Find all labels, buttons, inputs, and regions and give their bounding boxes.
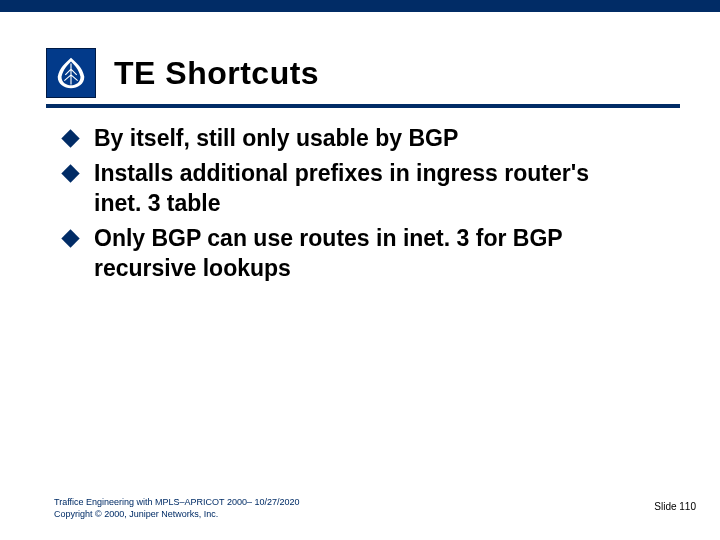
diamond-bullet-icon bbox=[61, 129, 79, 147]
bullet-text: Only BGP can use routes in inet. 3 for B… bbox=[94, 225, 562, 280]
slide-body: By itself, still only usable by BGP Inst… bbox=[64, 124, 630, 289]
footer: Traffice Engineering with MPLS–APRICOT 2… bbox=[54, 496, 299, 520]
header-row: TE Shortcuts bbox=[46, 48, 680, 98]
list-item: Installs additional prefixes in ingress … bbox=[64, 159, 630, 218]
diamond-bullet-icon bbox=[61, 165, 79, 183]
list-item: By itself, still only usable by BGP bbox=[64, 124, 630, 153]
top-accent-bar bbox=[0, 0, 720, 12]
leaf-icon bbox=[52, 54, 90, 92]
juniper-logo bbox=[46, 48, 96, 98]
bullet-list: By itself, still only usable by BGP Inst… bbox=[64, 124, 630, 283]
diamond-bullet-icon bbox=[61, 230, 79, 248]
bullet-text: Installs additional prefixes in ingress … bbox=[94, 160, 589, 215]
footer-line-1: Traffice Engineering with MPLS–APRICOT 2… bbox=[54, 496, 299, 508]
slide-header: TE Shortcuts bbox=[46, 48, 680, 108]
footer-line-2: Copyright © 2000, Juniper Networks, Inc. bbox=[54, 508, 299, 520]
title-underline bbox=[46, 104, 680, 108]
bullet-text: By itself, still only usable by BGP bbox=[94, 125, 458, 151]
list-item: Only BGP can use routes in inet. 3 for B… bbox=[64, 224, 630, 283]
slide-title: TE Shortcuts bbox=[114, 55, 319, 92]
slide: TE Shortcuts By itself, still only usabl… bbox=[0, 0, 720, 540]
slide-number: Slide 110 bbox=[654, 501, 696, 512]
